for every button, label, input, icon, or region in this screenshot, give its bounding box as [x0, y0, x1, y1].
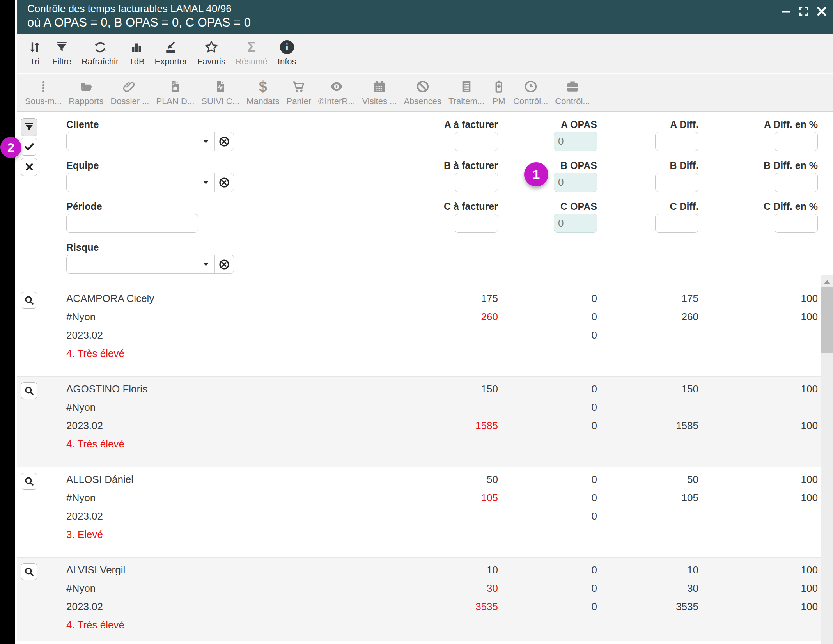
toolbar-button-favoris[interactable]: Favoris: [192, 34, 230, 73]
risque-input[interactable]: [67, 255, 197, 273]
scroll-thumb[interactable]: [821, 287, 833, 353]
toolbar-button-mandats[interactable]: $ Mandats: [243, 74, 283, 111]
toolbar-button-suivi[interactable]: SUIVI C...: [198, 74, 243, 111]
circle-x-icon: [218, 258, 230, 271]
risque-dropdown-button[interactable]: [197, 255, 214, 273]
record-line-b: #Nyon 260 0 260 100: [17, 311, 833, 329]
record-b-diff-pct: 100: [732, 492, 818, 504]
b-opas-input[interactable]: 0: [554, 173, 597, 192]
toolbar-button-tri[interactable]: Tri: [22, 34, 47, 73]
record-row: ALVISI Vergil 10 0 10 100 #Nyon 30 0 30 …: [17, 557, 833, 641]
kebab-menu-icon: [36, 77, 50, 96]
toolbar-label: TdB: [129, 57, 144, 67]
window-subtitle: où A OPAS = 0, B OPAS = 0, C OPAS = 0: [27, 16, 251, 30]
close-button[interactable]: [815, 5, 828, 17]
export-icon: [163, 38, 178, 56]
b-diff-pct-label: B Diff. en %: [701, 160, 818, 171]
c-opas-input[interactable]: 0: [554, 214, 597, 233]
a-diff-pct-input[interactable]: [775, 132, 818, 151]
clock-icon: [523, 77, 538, 96]
scroll-up-arrow[interactable]: [824, 280, 831, 284]
check-icon: [23, 141, 35, 153]
toolbar-button-plan[interactable]: PLAN D...: [152, 74, 198, 111]
toolbar-button-tdb[interactable]: TdB: [124, 34, 149, 73]
record-b-facturer: 30: [412, 582, 498, 594]
record-line-risk: 4. Très élevé: [17, 348, 833, 366]
window-title: Contrôle des temps facturables LAMAL 40/…: [27, 3, 232, 15]
toolbar-button-controle-temps[interactable]: Contrôl...: [510, 74, 551, 111]
toolbar-button-dossier[interactable]: Dossier ...: [107, 74, 152, 111]
c-diff-pct-input[interactable]: [775, 214, 818, 233]
minimize-button[interactable]: [780, 5, 792, 17]
b-facturer-input[interactable]: [455, 173, 498, 192]
record-period: 2023.02: [66, 329, 103, 341]
titlebar: Contrôle des temps facturables LAMAL 40/…: [17, 0, 833, 34]
toolbar-label: Rapports: [69, 96, 103, 106]
toolbar-label: Rafraîchir: [82, 57, 119, 67]
record-b-opas: 0: [511, 401, 597, 413]
record-line-b: #Nyon 30 0 30 100: [17, 582, 833, 601]
toolbar-button-resume[interactable]: Σ Résumé: [230, 34, 273, 73]
toolbar-button-panier[interactable]: Panier: [283, 74, 315, 111]
record-line-a: AGOSTINO Floris 150 0 150 100: [17, 383, 833, 401]
toolbar-button-filtre[interactable]: Filtre: [47, 34, 76, 73]
risque-clear-button[interactable]: [214, 255, 234, 273]
toolbar-button-absences[interactable]: Absences: [400, 74, 445, 111]
apply-filter-button[interactable]: [21, 118, 37, 136]
b-diff-pct-input[interactable]: [775, 173, 818, 192]
toolbar-button-traitements[interactable]: Traitem...: [445, 74, 488, 111]
periode-input[interactable]: [66, 214, 198, 233]
maximize-button[interactable]: [798, 5, 810, 17]
record-period: 2023.02: [66, 510, 103, 522]
confirm-filter-button[interactable]: [21, 138, 37, 156]
b-diff-input[interactable]: [655, 173, 698, 192]
record-a-facturer: 175: [412, 293, 498, 305]
toolbar-button-rafraichir[interactable]: Rafraîchir: [76, 34, 124, 73]
toolbar-button-interrisk[interactable]: ©InterR...: [315, 74, 358, 111]
cancel-filter-button[interactable]: [21, 158, 37, 176]
b-diff-label: B Diff.: [581, 160, 698, 171]
record-line-risk: 3. Elevé: [17, 529, 833, 547]
toolbar-button-visites[interactable]: Visites ...: [359, 74, 401, 111]
toolbar-button-sous-menu[interactable]: Sous-m...: [21, 74, 65, 111]
risque-combobox: [66, 255, 234, 274]
record-line-risk: 4. Très élevé: [17, 619, 833, 637]
cliente-dropdown-button[interactable]: [197, 132, 214, 151]
filter-panel: Cliente Equipe Période: [17, 112, 833, 286]
cliente-input[interactable]: [67, 132, 197, 151]
toolbar-button-exporter[interactable]: Exporter: [150, 34, 192, 73]
vertical-scrollbar[interactable]: [821, 275, 833, 644]
close-icon: [816, 5, 828, 17]
equipe-dropdown-button[interactable]: [197, 173, 214, 192]
a-opas-label: A OPAS: [480, 119, 597, 130]
c-diff-input[interactable]: [655, 214, 698, 233]
star-icon: [204, 38, 219, 56]
chevron-down-icon: [203, 140, 209, 143]
risque-label: Risque: [66, 242, 99, 253]
record-risk: 4. Très élevé: [66, 438, 124, 450]
equipe-clear-button[interactable]: [214, 173, 234, 192]
toolbar-button-pm[interactable]: PM: [488, 74, 510, 111]
chevron-down-icon: [203, 181, 209, 184]
a-opas-input[interactable]: 0: [554, 132, 597, 151]
toolbar-label: ©InterR...: [318, 96, 355, 106]
equipe-input[interactable]: [67, 173, 197, 192]
record-a-facturer: 150: [412, 383, 498, 395]
toolbar-button-infos[interactable]: i Infos: [273, 34, 301, 73]
c-diff-pct-label: C Diff. en %: [701, 201, 818, 212]
a-diff-input[interactable]: [655, 132, 698, 151]
a-facturer-input[interactable]: [455, 132, 498, 151]
cliente-clear-button[interactable]: [214, 132, 234, 151]
toolbar-label: Contrôl...: [555, 96, 590, 106]
toolbar-button-controle-dossiers[interactable]: Contrôl...: [551, 74, 593, 111]
sort-icon: [27, 38, 42, 56]
record-a-opas: 0: [511, 474, 597, 486]
record-a-opas: 0: [511, 383, 597, 395]
cart-icon: [291, 77, 306, 96]
c-facturer-input[interactable]: [455, 214, 498, 233]
toolbar-button-rapports[interactable]: Rapports: [65, 74, 107, 111]
record-a-diff-pct: 100: [732, 564, 818, 576]
record-client-name: ALVISI Vergil: [66, 564, 125, 576]
minimize-icon: [780, 5, 792, 17]
record-c-diff: 3535: [613, 601, 698, 613]
